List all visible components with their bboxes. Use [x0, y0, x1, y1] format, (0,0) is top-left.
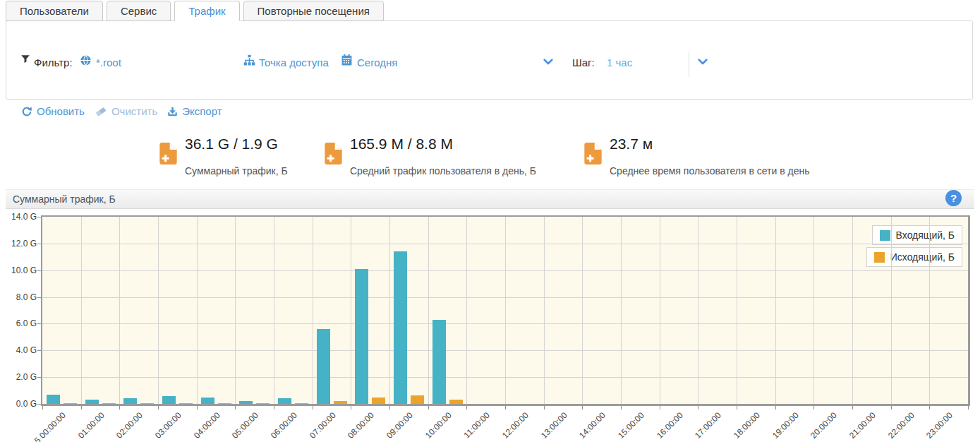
- gridline-vertical: [197, 217, 198, 404]
- tab-service[interactable]: Сервис: [107, 1, 171, 21]
- x-axis-tick: [313, 406, 313, 410]
- x-axis-tick: [197, 406, 198, 410]
- gridline-vertical: [737, 217, 737, 404]
- y-axis-tick: [37, 270, 41, 271]
- bar-outbound: [63, 403, 77, 404]
- bar-outbound: [256, 403, 270, 404]
- bar-inbound: [162, 396, 176, 404]
- chart-header: Суммарный трафик, Б: [6, 189, 974, 209]
- step-value-link[interactable]: 1 час: [607, 56, 632, 68]
- access-point-link[interactable]: Точка доступа: [259, 56, 329, 68]
- eraser-icon: [95, 106, 107, 117]
- y-axis-label: 4.0 G: [6, 345, 37, 356]
- gridline-vertical: [775, 217, 776, 404]
- tab-repeat-visits[interactable]: Повторные посещения: [243, 1, 384, 21]
- gridline-vertical: [389, 217, 390, 404]
- gridline-vertical: [428, 217, 429, 404]
- bar-outbound: [218, 403, 231, 404]
- gridline-vertical: [852, 217, 853, 404]
- y-axis-label: 2.0 G: [6, 371, 37, 383]
- legend-label: Входящий, Б: [896, 229, 955, 241]
- file-plus-icon: [583, 143, 603, 165]
- download-icon: [167, 106, 178, 117]
- bar-outbound: [295, 403, 308, 404]
- step-chevron-down-icon[interactable]: [697, 57, 708, 67]
- help-icon[interactable]: ?: [945, 190, 962, 206]
- export-button[interactable]: Экспорт: [167, 105, 222, 117]
- period-chevron-down-icon[interactable]: [543, 57, 554, 67]
- gridline-vertical: [158, 217, 159, 404]
- y-axis-label: 10.0 G: [6, 265, 37, 276]
- bar-inbound: [123, 398, 137, 404]
- globe-icon[interactable]: [80, 54, 92, 66]
- bar-inbound: [278, 398, 291, 404]
- filter-scope-link[interactable]: *.root: [96, 56, 121, 68]
- x-axis-tick: [813, 406, 814, 410]
- gridline-vertical: [698, 217, 698, 404]
- bar-inbound: [85, 400, 99, 404]
- y-axis-tick: [37, 323, 41, 324]
- clear-button[interactable]: Очистить: [95, 105, 157, 117]
- refresh-button[interactable]: Обновить: [21, 105, 85, 117]
- gridline-vertical: [466, 217, 467, 404]
- bar-outbound: [449, 400, 463, 404]
- stat-label: Среднее время пользователя в сети в день: [610, 165, 809, 177]
- x-axis-tick: [466, 406, 467, 410]
- legend-entry-outbound: Исходящий, Б: [866, 247, 962, 267]
- x-axis-tick: [852, 406, 853, 410]
- y-axis-label: 0.0 G: [6, 398, 37, 410]
- bar-outbound: [334, 401, 347, 404]
- gridline-vertical: [313, 217, 313, 404]
- stat-avg-user-traffic: 165.9 M / 8.8 M Средний трафик пользоват…: [324, 136, 536, 177]
- filter-panel: Фильтр: *.root Точка доступа: [6, 20, 973, 100]
- x-axis-tick: [698, 406, 698, 410]
- stat-label: Средний трафик пользователя в день, Б: [350, 165, 536, 177]
- gridline-vertical: [813, 217, 814, 404]
- bar-outbound: [140, 403, 154, 404]
- legend-label: Исходящий, Б: [890, 251, 955, 263]
- filter-divider: [689, 52, 689, 77]
- x-axis-tick: [660, 406, 660, 410]
- x-axis-tick: [119, 406, 120, 410]
- action-bar: Обновить Очистить Экспорт: [21, 105, 222, 117]
- bar-outbound: [411, 395, 424, 404]
- gridline-vertical: [621, 217, 622, 404]
- stat-avg-user-time: 23.7 м Среднее время пользователя в сети…: [583, 136, 809, 177]
- x-axis-tick: [544, 406, 545, 410]
- y-axis-tick: [37, 404, 41, 405]
- period-link[interactable]: Сегодня: [357, 56, 398, 68]
- x-axis-tick: [582, 406, 583, 410]
- x-axis-tick: [968, 406, 969, 410]
- calendar-icon[interactable]: [341, 54, 353, 66]
- x-axis-tick: [505, 406, 506, 410]
- filter-label: Фильтр:: [34, 56, 73, 68]
- chart-plot-frame: Входящий, БИсходящий, Б: [41, 215, 970, 406]
- stat-label: Суммарный трафик, Б: [185, 165, 288, 177]
- gridline-vertical: [505, 217, 506, 404]
- gridline-vertical: [81, 217, 82, 404]
- stat-value: 23.7 м: [610, 136, 809, 153]
- gridline-vertical: [660, 217, 660, 404]
- x-axis-tick: [81, 406, 82, 410]
- x-axis-tick: [274, 406, 274, 410]
- bar-outbound: [372, 398, 385, 404]
- x-axis-tick: [235, 406, 236, 410]
- legend-swatch: [880, 230, 890, 241]
- gridline-vertical: [351, 217, 351, 404]
- file-plus-icon: [324, 143, 343, 165]
- tab-users[interactable]: Пользователи: [6, 1, 103, 21]
- x-axis-tick: [737, 406, 737, 410]
- x-axis-tick: [158, 406, 159, 410]
- sitemap-icon[interactable]: [243, 54, 255, 66]
- y-axis-label: 14.0 G: [6, 211, 37, 222]
- gridline-vertical: [544, 217, 545, 404]
- bar-outbound: [102, 403, 116, 404]
- bar-inbound: [432, 320, 446, 404]
- y-axis-label: 6.0 G: [6, 318, 37, 329]
- bar-inbound: [394, 251, 407, 404]
- y-axis-tick: [37, 350, 41, 351]
- bar-inbound: [355, 269, 368, 404]
- x-axis-tick: [775, 406, 776, 410]
- tab-traffic[interactable]: Трафик: [174, 1, 239, 21]
- bar-outbound: [179, 403, 193, 404]
